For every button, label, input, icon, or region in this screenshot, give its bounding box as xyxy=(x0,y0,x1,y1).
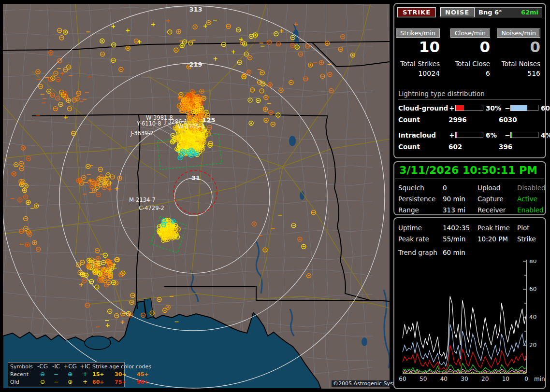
svg-text:40: 40 xyxy=(440,376,448,382)
bearing-distance: 62mi xyxy=(521,9,538,16)
counts-panel: STRIKE NOISE Bng 6° 62mi Strikes/min 10 … xyxy=(393,3,546,158)
cg-minus-pct: 60% xyxy=(538,104,550,112)
close-per-min-label: Close/min xyxy=(450,28,490,38)
total-noises-label: Total Noises xyxy=(495,60,540,68)
cg-minus-count: 6030 xyxy=(499,116,543,124)
recent-pos-ic-icon: + xyxy=(78,371,92,378)
close-per-min-value: 0 xyxy=(445,39,490,56)
peak-time-label: Peak time xyxy=(478,224,517,232)
plot-value: Strike xyxy=(517,235,541,243)
peak-time-value: 10:20 PM xyxy=(478,235,517,243)
map-legend: Symbols -CG -IC +CG +IC Strike age color… xyxy=(8,362,125,387)
minus-sign: − xyxy=(505,104,510,112)
capture-label: Capture xyxy=(478,195,517,203)
lightning-map[interactable]: 31321912531W-3981-8Y-6110-8J-3286-1W-470… xyxy=(3,4,390,389)
bearing-readout: Bng 6° 62mi xyxy=(475,7,542,17)
noises-per-min-value: 0 xyxy=(495,39,540,56)
lake xyxy=(362,337,367,346)
total-close-value: 6 xyxy=(445,70,490,77)
range-label: Range xyxy=(398,206,443,214)
trend-graph-chart: 204060806050403020100min xyxy=(396,260,545,388)
noise-toggle-button[interactable]: NOISE xyxy=(440,7,475,17)
age-30: 30+ xyxy=(115,371,137,378)
peak-rate-value: 55/min xyxy=(443,235,478,243)
storm-cell-label: J-3639-2 xyxy=(130,130,154,137)
total-close-label: Total Close xyxy=(445,60,490,68)
uptime-label: Uptime xyxy=(398,224,443,232)
status-panel: 3/11/2026 10:50:11 PM Squelch 0 Upload D… xyxy=(393,161,546,215)
ic-count-label: Count xyxy=(398,143,449,151)
range-ring-label: 31 xyxy=(191,174,200,182)
total-noises-value: 516 xyxy=(495,70,540,77)
svg-text:40: 40 xyxy=(529,314,536,321)
storm-cell-label: W-4705-1 xyxy=(178,123,205,130)
trend-graph-label: Trend graph xyxy=(398,249,443,256)
legend-col-neg-ic: -IC xyxy=(50,363,62,370)
legend-symbols-label: Symbols xyxy=(10,364,35,370)
legend-col-neg-cg: -CG xyxy=(35,363,50,370)
age-15: 15+ xyxy=(92,371,115,378)
total-strikes-value: 10024 xyxy=(394,70,440,77)
svg-text:0: 0 xyxy=(524,376,528,382)
cg-minus-bar xyxy=(510,105,538,111)
storm-cell-label: M-2134-7 xyxy=(129,196,156,203)
svg-text:60: 60 xyxy=(399,376,406,382)
cg-count-label: Count xyxy=(398,116,449,124)
ic-plus-bar xyxy=(455,132,483,138)
svg-text:30: 30 xyxy=(461,376,468,382)
age-75: 75+ xyxy=(115,379,137,385)
svg-text:10: 10 xyxy=(502,376,509,382)
upload-value: Disabled xyxy=(517,184,546,192)
legend-col-pos-cg: +CG xyxy=(62,363,78,370)
age-45: 45+ xyxy=(137,371,156,378)
persistence-value: 90 min xyxy=(443,195,478,203)
old-neg-ic-icon: − xyxy=(50,378,62,385)
peak-rate-label: Peak rate xyxy=(398,235,443,243)
squelch-value: 0 xyxy=(443,184,478,192)
ic-minus-count: 396 xyxy=(499,143,543,151)
legend-age-title: Strike age color codes xyxy=(92,364,156,370)
capture-value: Active xyxy=(517,195,546,203)
plus-sign: + xyxy=(449,131,455,139)
persistence-label: Persistence xyxy=(398,195,443,203)
storm-cell-label: Y-6110-8 xyxy=(136,120,161,127)
lake xyxy=(289,136,296,146)
recent-pos-cg-icon: ⊕ xyxy=(62,371,78,378)
distribution-title: Lightning type distribution xyxy=(398,90,541,99)
svg-text:80: 80 xyxy=(529,260,536,265)
old-pos-cg-icon: ⊕ xyxy=(62,378,78,385)
cg-plus-count: 2996 xyxy=(449,116,499,124)
receiver-label: Receiver xyxy=(478,206,517,214)
cg-plus-pct: 30% xyxy=(483,104,505,112)
datetime-display: 3/11/2026 10:50:11 PM xyxy=(395,162,544,179)
trend-graph-window: 60 min xyxy=(443,249,541,256)
strike-toggle-button[interactable]: STRIKE xyxy=(397,7,436,17)
ic-minus-bar xyxy=(510,132,538,138)
svg-text:20: 20 xyxy=(481,376,489,382)
svg-text:50: 50 xyxy=(420,376,427,382)
minus-sign: − xyxy=(505,131,510,139)
legend-col-pos-ic: +IC xyxy=(78,363,92,370)
lake xyxy=(85,336,111,350)
plot-label: Plot xyxy=(517,224,541,232)
upload-label: Upload xyxy=(478,184,517,192)
app-window: 31321912531W-3981-8Y-6110-8J-3286-1W-470… xyxy=(0,0,550,392)
stats-panel: Uptime 1402:35 Peak time Plot Peak rate … xyxy=(393,217,546,389)
bearing-label: Bng 6° xyxy=(478,9,502,16)
range-ring-label: 125 xyxy=(202,116,215,124)
ic-plus-pct: 6% xyxy=(483,131,505,139)
ic-minus-pct: 4% xyxy=(538,131,550,139)
legend-recent-label: Recent xyxy=(10,371,35,378)
old-pos-ic-icon: + xyxy=(78,378,92,385)
svg-text:20: 20 xyxy=(529,342,536,349)
plus-sign: + xyxy=(449,104,455,112)
old-neg-cg-icon: ⊖ xyxy=(35,378,50,385)
strikes-per-min-label: Strikes/min xyxy=(396,28,440,38)
cloud-ground-label: Cloud-ground xyxy=(398,104,449,112)
age-90: 90+ xyxy=(137,379,156,385)
uptime-value: 1402:35 xyxy=(443,224,478,232)
total-strikes-label: Total Strikes xyxy=(394,60,440,68)
cg-plus-bar xyxy=(455,105,483,111)
recent-neg-ic-icon: − xyxy=(50,371,62,378)
range-ring-label: 219 xyxy=(189,61,202,68)
